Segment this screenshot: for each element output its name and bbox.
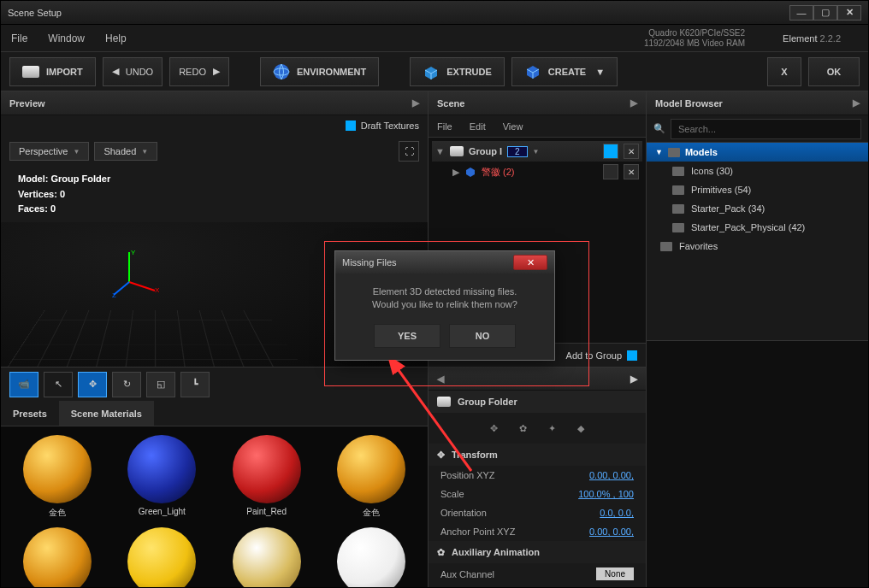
solo-button[interactable] bbox=[603, 164, 618, 179]
environment-button[interactable]: ENVIRONMENT bbox=[260, 57, 379, 86]
ok-button[interactable]: OK bbox=[808, 57, 860, 86]
scene-menu-file[interactable]: File bbox=[437, 121, 452, 132]
main-toolbar: IMPORT ◀ UNDO REDO ▶ ENVIRONMENT EXTRUDE… bbox=[1, 52, 868, 91]
menu-window[interactable]: Window bbox=[48, 32, 85, 44]
minimize-button[interactable]: — bbox=[789, 5, 813, 21]
scene-menu-view[interactable]: View bbox=[503, 121, 523, 132]
material-item[interactable]: 金色 bbox=[323, 435, 419, 519]
browser-folder-item[interactable]: Icons (30) bbox=[647, 162, 868, 180]
material-item[interactable] bbox=[323, 527, 419, 588]
svg-point-0 bbox=[274, 64, 289, 79]
materials-grid: 金色Green_LightPaint_Red金色 bbox=[1, 426, 428, 588]
draft-textures-label: Draft Textures bbox=[361, 121, 419, 131]
scene-header: Scene▶ bbox=[429, 91, 646, 115]
folder-icon bbox=[437, 397, 451, 407]
material-item[interactable]: Paint_Red bbox=[219, 435, 315, 519]
gpu-info: Quadro K620/PCIe/SSE2 1192/2048 MB Video… bbox=[644, 28, 745, 49]
extrude-button[interactable]: EXTRUDE bbox=[410, 57, 505, 86]
folder-icon bbox=[672, 185, 684, 195]
browser-folder-item[interactable]: Primitives (54) bbox=[647, 180, 868, 199]
preview-header: Preview▶ bbox=[1, 91, 428, 115]
dialog-title: Missing Files bbox=[342, 257, 397, 268]
svg-text:X: X bbox=[155, 286, 160, 294]
dialog-close-button[interactable]: ✕ bbox=[513, 255, 547, 270]
camera-tool[interactable]: 📹 bbox=[9, 372, 38, 397]
model-browser-header: Model Browser▶ bbox=[647, 91, 868, 115]
tab-scene-materials[interactable]: Scene Materials bbox=[59, 401, 154, 426]
delete-button[interactable]: ✕ bbox=[624, 144, 639, 159]
no-button[interactable]: NO bbox=[449, 324, 516, 348]
yes-button[interactable]: YES bbox=[374, 324, 440, 348]
folder-icon bbox=[450, 146, 464, 156]
select-tool[interactable]: ↖ bbox=[44, 372, 73, 397]
scene-item-row[interactable]: ▶ 警徽 (2) ✕ bbox=[432, 162, 642, 182]
dialog-message: Element 3D detected missing files. Would… bbox=[344, 285, 546, 312]
globe-icon bbox=[273, 63, 290, 80]
folder-icon bbox=[668, 148, 680, 157]
models-folder[interactable]: ▼Models bbox=[647, 143, 868, 162]
x-button[interactable]: X bbox=[767, 57, 801, 86]
properties-header: ◀ ▶ bbox=[429, 367, 646, 391]
mesh-icon bbox=[464, 166, 476, 178]
menu-help[interactable]: Help bbox=[105, 32, 127, 44]
move-tool[interactable]: ✥ bbox=[78, 372, 107, 397]
folder-icon bbox=[22, 66, 39, 78]
menubar: File Window Help Quadro K620/PCIe/SSE2 1… bbox=[1, 25, 868, 52]
svg-text:Y: Y bbox=[131, 249, 136, 256]
undo-button[interactable]: ◀ UNDO bbox=[103, 57, 163, 86]
window-title: Scene Setup bbox=[8, 8, 62, 18]
material-item[interactable] bbox=[219, 527, 315, 588]
scene-menu-edit[interactable]: Edit bbox=[470, 121, 486, 132]
particle-icon[interactable]: ✦ bbox=[540, 418, 564, 438]
folder-icon bbox=[672, 167, 684, 176]
add-to-group-button[interactable]: Add to Group bbox=[566, 350, 622, 361]
material-item[interactable] bbox=[114, 527, 210, 588]
folder-icon bbox=[672, 223, 684, 232]
solo-button[interactable] bbox=[603, 144, 618, 159]
reflect-icon[interactable]: ◆ bbox=[569, 418, 593, 438]
material-item[interactable]: Green_Light bbox=[114, 435, 210, 519]
create-button[interactable]: CREATE ▼ bbox=[511, 57, 618, 86]
preview-pane bbox=[647, 340, 868, 588]
draft-textures-checkbox[interactable] bbox=[346, 121, 356, 131]
delete-button[interactable]: ✕ bbox=[624, 164, 639, 179]
missing-files-dialog: Missing Files ✕ Element 3D detected miss… bbox=[334, 250, 555, 361]
group-folder-header: Group Folder bbox=[429, 391, 646, 413]
viewport-tools: 📹 ↖ ✥ ↻ ◱ ┗ bbox=[1, 367, 428, 401]
add-group-checkbox[interactable] bbox=[627, 350, 637, 361]
maximize-button[interactable]: ▢ bbox=[813, 5, 837, 21]
search-input[interactable] bbox=[671, 119, 861, 139]
move-icon: ✥ bbox=[437, 450, 445, 461]
browser-folder-item[interactable]: Starter_Pack_Physical (42) bbox=[647, 218, 868, 237]
folder-icon bbox=[672, 204, 684, 214]
rotate-tool[interactable]: ↻ bbox=[112, 372, 141, 397]
favorites-folder[interactable]: Favorites bbox=[647, 237, 868, 256]
import-button[interactable]: IMPORT bbox=[9, 57, 96, 86]
scene-group-row[interactable]: ▼ Group I 2 ▼ ✕ bbox=[432, 141, 642, 162]
viewmode-dropdown[interactable]: Perspective▼ bbox=[9, 142, 89, 161]
scale-tool[interactable]: ◱ bbox=[146, 372, 175, 397]
move-icon[interactable]: ✥ bbox=[482, 418, 505, 438]
gear-icon: ✿ bbox=[437, 547, 445, 558]
titlebar: Scene Setup — ▢ ✕ bbox=[1, 1, 868, 25]
menu-file[interactable]: File bbox=[11, 32, 27, 44]
fullscreen-button[interactable]: ⛶ bbox=[399, 141, 419, 162]
folder-icon bbox=[660, 242, 672, 251]
material-item[interactable]: 金色 bbox=[9, 435, 105, 519]
redo-button[interactable]: REDO ▶ bbox=[169, 57, 229, 86]
collapse-icon[interactable]: ▶ bbox=[412, 97, 419, 109]
model-browser-tree: ▼Models Icons (30)Primitives (54)Starter… bbox=[647, 143, 868, 340]
gear-icon[interactable]: ✿ bbox=[511, 418, 535, 438]
app-version: Element 2.2.2 bbox=[766, 33, 858, 44]
search-icon: 🔍 bbox=[653, 123, 665, 134]
cube-icon bbox=[524, 63, 541, 80]
browser-folder-item[interactable]: Starter_Pack (34) bbox=[647, 199, 868, 218]
tab-presets[interactable]: Presets bbox=[1, 401, 59, 426]
anchor-tool[interactable]: ┗ bbox=[180, 372, 210, 397]
model-info: Model: Group Folder Vertices: 0 Faces: 0 bbox=[1, 167, 428, 222]
group-number-badge[interactable]: 2 bbox=[507, 146, 528, 157]
material-item[interactable] bbox=[9, 527, 105, 588]
svg-line-3 bbox=[129, 282, 155, 291]
close-button[interactable]: ✕ bbox=[837, 5, 861, 21]
shademode-dropdown[interactable]: Shaded▼ bbox=[94, 142, 157, 161]
